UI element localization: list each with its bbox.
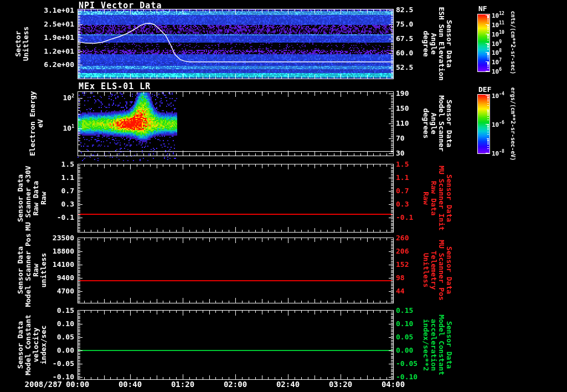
axis-title-line: velocity <box>32 314 40 375</box>
x-tick-label: 01:20 <box>163 380 202 389</box>
axis-title-left-npi: SectorUnitless <box>14 27 30 61</box>
axis-title-line: Raw <box>32 233 40 307</box>
plot-canvas <box>0 0 567 392</box>
tick-exp: -8 <box>499 149 504 154</box>
axis-title-line: Model Scanner <box>437 95 445 152</box>
axis-title-left-model_constant: Sensor DataModel Constantvelocityindex/s… <box>17 314 48 375</box>
tick-base: 10 <box>63 94 72 102</box>
tick-base: 10 <box>492 40 499 47</box>
x-tick-label: 03:20 <box>321 380 360 389</box>
axis-title-line: eV <box>37 91 44 156</box>
colorbar-tick-label: 106 <box>492 67 502 75</box>
axis-title-line: Unitless <box>422 240 430 301</box>
axis-title-line: index/sec**2 <box>422 314 430 375</box>
tick-base: 10 <box>492 30 499 38</box>
tick-exp: 8 <box>499 48 502 53</box>
tick-base: 10 <box>492 49 499 56</box>
tick-base: 10 <box>492 121 499 128</box>
colorbar-tick-label: 1011 <box>492 20 504 29</box>
x-tick-label: 00:40 <box>111 380 150 389</box>
colorbar-tick-label: 108 <box>492 48 502 56</box>
axis-title-right-els: Sensor DataModel ScannerAngledegrees <box>422 95 453 152</box>
tick-base: 10 <box>492 150 499 157</box>
tick-exp: -6 <box>499 120 504 125</box>
plot-figure: NPI Vector DataMEx ELS-01 LR3.1e+012.5e+… <box>0 0 567 392</box>
tick-base: 10 <box>63 125 72 133</box>
axis-title-right-mu_scanner_30v: Sensor DataMU Scanner InitRaw DataRaw <box>422 166 453 230</box>
axis-title-line: Model Scanner Pos <box>24 233 32 307</box>
colorbar-tick-label: 10-6 <box>492 120 504 128</box>
axis-title-line: MU Scanner Init <box>437 166 445 230</box>
axis-title-line: Sector <box>14 27 22 61</box>
panel-title-npi: NPI Vector Data <box>79 1 162 11</box>
x-axis-date: 2008/287 <box>2 380 62 389</box>
axis-title-line: ESH Sun Elevation <box>437 7 445 80</box>
colorbar-title-DEF: DEF <box>478 85 491 94</box>
axis-title-line: MU Scanner +30V <box>24 166 32 230</box>
axis-title-line: degrees <box>422 95 430 152</box>
colorbar-tick-label: 109 <box>492 39 502 48</box>
y-tick-label-npi: 1.9e+01 <box>28 33 74 42</box>
axis-title-left-els: Electron EnergyeV <box>29 91 44 156</box>
x-tick-label: 02:00 <box>216 380 255 389</box>
panel-title-els: MEx ELS-01 LR <box>79 81 151 91</box>
colorbar-tick-label: 1010 <box>492 30 504 38</box>
y-tick-label-model_constant: 0.15 <box>396 306 435 314</box>
axis-title-line: Raw <box>40 166 48 230</box>
tick-base: 10 <box>492 68 499 75</box>
axis-title-line: unitless <box>40 233 48 307</box>
tick-exp: 7 <box>499 58 502 63</box>
axis-title-line: acceleration <box>430 314 437 375</box>
y-tick-label-npi: 6.2e+00 <box>28 60 74 69</box>
axis-title-line: degree <box>422 7 430 80</box>
y-tick-label-npi: 3.1e+01 <box>28 6 74 14</box>
axis-title-left-model_scanner_pos: Sensor DataModel Scanner PosRawunitless <box>17 233 48 307</box>
axis-title-line: Sensor Data <box>445 7 453 80</box>
x-tick-label: 02:40 <box>269 380 307 389</box>
axis-title-line: Sensor Data <box>445 95 453 152</box>
tick-exp: 2 <box>71 94 74 99</box>
axis-title-line: Angle <box>430 95 437 152</box>
x-tick-label: 04:00 <box>374 380 413 389</box>
tick-exp: 9 <box>499 39 502 44</box>
axis-title-line: Sensor Data <box>17 166 24 230</box>
y-tick-label-model_constant: 0.15 <box>28 306 74 314</box>
axis-title-right-model_constant: Sensor DataModel Constantaccelerationind… <box>422 314 453 375</box>
colorbar-tick-label: 10-8 <box>492 149 504 157</box>
axis-title-line: Sensor Data <box>445 314 453 375</box>
tick-exp: -4 <box>499 91 504 96</box>
axis-title-line: Raw Data <box>430 166 437 230</box>
y-tick-label-npi: 1.2e+01 <box>28 47 74 55</box>
tick-base: 10 <box>492 59 499 66</box>
colorbar-title-NF: NF <box>478 4 487 13</box>
tick-base: 10 <box>492 21 499 28</box>
axis-title-line: MU Scanner Pos <box>437 240 445 301</box>
axis-title-line: Raw Data <box>32 166 40 230</box>
axis-title-line: Telemetry <box>430 240 437 301</box>
tick-exp: 10 <box>499 30 504 35</box>
axis-title-line: Angle <box>430 7 437 80</box>
axis-title-left-mu_scanner_30v: Sensor DataMU Scanner +30VRaw DataRaw <box>17 166 48 230</box>
axis-title-line: Sensor Data <box>445 166 453 230</box>
y-tick-label-npi: 2.5e+01 <box>28 20 74 28</box>
axis-title-line: Raw <box>422 166 430 230</box>
colorbar-tick-label: 1012 <box>492 11 504 19</box>
axis-title-line: index/sec <box>40 314 48 375</box>
axis-title-line: Sensor Data <box>445 240 453 301</box>
colorbar-tick-label: 107 <box>492 58 502 66</box>
tick-exp: 11 <box>499 20 504 25</box>
tick-exp: 12 <box>499 11 504 16</box>
tick-exp: 1 <box>71 124 74 129</box>
colorbar-units-DEF: ergs/(cm**2-sr-sec-eV) <box>510 87 516 160</box>
axis-title-right-model_scanner_pos: Sensor DataMU Scanner PosTelemetryUnitle… <box>422 240 453 301</box>
axis-title-line: Unitless <box>22 27 30 61</box>
colorbar-tick-label: 10-4 <box>492 91 504 100</box>
axis-title-line: Model Constant <box>24 314 32 375</box>
colorbar-units-NF: cnts/(cm**2-sr-sec) <box>510 11 516 74</box>
axis-title-line: Electron Energy <box>29 91 37 156</box>
tick-exp: 6 <box>499 67 502 72</box>
axis-title-line: Model Constant <box>437 314 445 375</box>
axis-title-line: Sensor Data <box>17 233 24 307</box>
x-tick-label: 00:00 <box>58 380 97 389</box>
axis-title-line: Sensor Data <box>17 314 24 375</box>
